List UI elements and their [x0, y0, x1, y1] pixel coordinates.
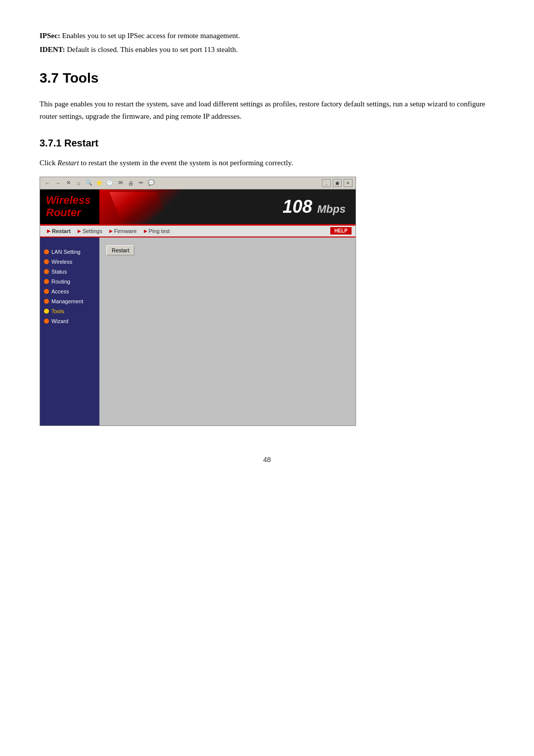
home-icon[interactable]: ⌂ — [74, 179, 83, 188]
restart-button[interactable]: Restart — [106, 245, 134, 255]
tab-firmware[interactable]: ▶ Firmware — [106, 227, 140, 235]
logo-line2: Router — [46, 207, 93, 219]
tab-restart[interactable]: ▶ Restart — [44, 227, 74, 235]
router-content: LAN Setting Wireless Status Routing Acce… — [40, 237, 356, 425]
window-controls: _ ▣ ✕ — [322, 179, 353, 187]
intro-section: IPSec: Enables you to set up IPSec acces… — [40, 30, 494, 55]
mbps-unit: Mbps — [317, 203, 346, 215]
sidebar-item-wireless[interactable]: Wireless — [40, 257, 99, 266]
section-description: This page enables you to restart the sys… — [40, 98, 494, 123]
ipsec-text: Enables you to set up IPSec access for r… — [60, 32, 240, 40]
tab-arrow-ping: ▶ — [144, 229, 147, 234]
section-title: 3.7 Tools — [40, 70, 494, 86]
sidebar-label-wireless: Wireless — [51, 259, 72, 265]
tabs-left: ▶ Restart ▶ Settings ▶ Firmware ▶ Ping t… — [44, 227, 173, 235]
sidebar-item-lan-setting[interactable]: LAN Setting — [40, 247, 99, 256]
sidebar-dot-routing — [44, 279, 49, 284]
maximize-button[interactable]: ▣ — [333, 179, 342, 187]
print-icon[interactable]: 🖨 — [126, 179, 135, 188]
subsection-title: 3.7.1 Restart — [40, 138, 494, 149]
logo-line1: Wireless — [46, 194, 93, 206]
click-text-after: to restart the system in the event the s… — [79, 159, 293, 167]
sidebar-label-lan: LAN Setting — [51, 249, 81, 255]
sidebar-dot-access — [44, 289, 49, 294]
tab-settings[interactable]: ▶ Settings — [75, 227, 105, 235]
ident-text: Default is closed. This enables you to s… — [65, 46, 238, 53]
router-header: Wireless Router 108 Mbps — [40, 189, 356, 226]
sidebar-item-access[interactable]: Access — [40, 287, 99, 296]
tab-ping-label: Ping test — [149, 228, 170, 234]
router-banner: 108 Mbps — [99, 189, 356, 224]
click-italic: Restart — [57, 159, 79, 167]
tabs-bar: ▶ Restart ▶ Settings ▶ Firmware ▶ Ping t… — [40, 226, 356, 237]
sidebar-item-wizard[interactable]: Wizard — [40, 317, 99, 326]
sidebar-label-routing: Routing — [51, 279, 70, 284]
subsection-restart: 3.7.1 Restart Click Restart to restart t… — [40, 138, 494, 426]
sidebar-label-status: Status — [51, 269, 67, 275]
sidebar-dot-tools — [44, 309, 49, 314]
sidebar-label-access: Access — [51, 288, 69, 294]
browser-nav-icons: ← → ✕ ⌂ 🔍 ⭐ 🕐 ✉ 🖨 ✏ 💬 — [43, 179, 156, 188]
sidebar-item-status[interactable]: Status — [40, 267, 99, 276]
sidebar-label-management: Management — [51, 298, 83, 304]
tab-ping-test[interactable]: ▶ Ping test — [141, 227, 173, 235]
search-icon[interactable]: 🔍 — [85, 179, 93, 188]
ipsec-label: IPSec: — [40, 32, 60, 40]
history-icon[interactable]: 🕐 — [105, 179, 114, 188]
router-logo: Wireless Router — [40, 190, 99, 222]
close-button[interactable]: ✕ — [344, 179, 353, 187]
sidebar-item-management[interactable]: Management — [40, 297, 99, 306]
edit-icon[interactable]: ✏ — [136, 179, 145, 188]
mbps-display: 108 Mbps — [282, 196, 346, 217]
forward-icon[interactable]: → — [53, 179, 62, 188]
mbps-number: 108 — [282, 196, 312, 217]
browser-toolbar: ← → ✕ ⌂ 🔍 ⭐ 🕐 ✉ 🖨 ✏ 💬 _ ▣ ✕ — [40, 177, 356, 189]
ident-label: IDENT: — [40, 46, 65, 53]
stop-icon[interactable]: ✕ — [64, 179, 73, 188]
main-area: Restart — [99, 237, 356, 425]
sidebar-dot-wizard — [44, 319, 49, 324]
back-icon[interactable]: ← — [43, 179, 52, 188]
sidebar: LAN Setting Wireless Status Routing Acce… — [40, 237, 99, 425]
sidebar-dot-management — [44, 299, 49, 304]
sidebar-item-tools[interactable]: Tools — [40, 307, 99, 316]
sidebar-dot-status — [44, 269, 49, 274]
sidebar-item-routing[interactable]: Routing — [40, 277, 99, 286]
tab-arrow-restart: ▶ — [47, 229, 50, 234]
favorites-icon[interactable]: ⭐ — [95, 179, 104, 188]
click-description: Click Restart to restart the system in t… — [40, 157, 494, 169]
sidebar-label-wizard: Wizard — [51, 318, 68, 324]
discuss-icon[interactable]: 💬 — [147, 179, 156, 188]
sidebar-dot-lan — [44, 249, 49, 254]
help-button[interactable]: HELP — [330, 227, 352, 235]
tab-arrow-settings: ▶ — [78, 229, 81, 234]
tab-firmware-label: Firmware — [114, 228, 137, 234]
tab-restart-label: Restart — [52, 228, 71, 234]
page-number: 48 — [40, 456, 494, 464]
browser-window: ← → ✕ ⌂ 🔍 ⭐ 🕐 ✉ 🖨 ✏ 💬 _ ▣ ✕ Wireless — [40, 177, 356, 426]
sidebar-dot-wireless — [44, 259, 49, 264]
sidebar-label-tools: Tools — [51, 308, 64, 314]
tab-arrow-firmware: ▶ — [109, 229, 113, 234]
tab-settings-label: Settings — [83, 228, 102, 234]
click-text-before: Click — [40, 159, 57, 167]
mail-icon[interactable]: ✉ — [116, 179, 125, 188]
minimize-button[interactable]: _ — [322, 179, 331, 187]
